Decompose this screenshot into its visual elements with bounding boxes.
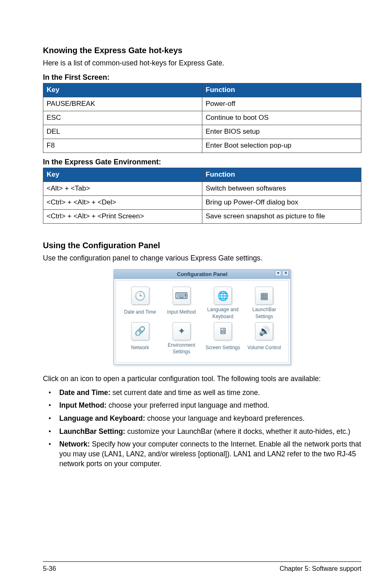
table-row: F8Enter Boot selection pop-up xyxy=(43,139,361,153)
heading-config-panel: Using the Configuration Panel xyxy=(43,240,361,251)
after-figure-para: Click on an icon to open a particular co… xyxy=(43,374,361,384)
bullet-rest: choose your preferred input language and… xyxy=(107,401,269,409)
bullet-bold: LaunchBar Setting: xyxy=(59,427,125,435)
minimize-icon: ▾ xyxy=(275,270,281,276)
bullet-rest: choose your language and keyboard prefer… xyxy=(145,414,305,422)
bullet-rest: customize your LaunchBar (where it docks… xyxy=(125,427,350,435)
config-panel-titlebar: Configuration Panel ▾ ✕ xyxy=(114,270,290,279)
cell-key: F8 xyxy=(43,139,202,153)
intro-config-panel: Use the configuration panel to change va… xyxy=(43,254,361,263)
cell-fn: Bring up Power-Off dialog box xyxy=(202,196,361,210)
table-row: <Alt> + <Tab>Switch between softwares xyxy=(43,182,361,196)
list-item: Network: Specify how your computer conne… xyxy=(43,440,361,469)
cell-fn: Enter Boot selection pop-up xyxy=(202,139,361,153)
cell-fn: Enter BIOS setup xyxy=(202,125,361,139)
heading-hotkeys: Knowing the Express Gate hot-keys xyxy=(43,45,361,56)
cfg-label: Language and Keyboard xyxy=(202,306,243,319)
network-icon: 🔗 xyxy=(131,322,149,340)
cell-key: DEL xyxy=(43,125,202,139)
cell-fn: Continue to boot OS xyxy=(202,111,361,125)
bullet-rest: set current date and time as well as tim… xyxy=(110,388,260,397)
cfg-label: Environment Settings xyxy=(161,342,202,355)
cfg-item-launchbar-settings: ▦ LaunchBar Settings xyxy=(244,287,285,319)
table-eg-env: Key Function <Alt> + <Tab>Switch between… xyxy=(43,168,361,224)
cfg-item-language-keyboard: 🌐 Language and Keyboard xyxy=(202,287,243,319)
keyboard-icon: ⌨ xyxy=(173,287,191,305)
th-key: Key xyxy=(43,168,202,182)
list-item: Language and Keyboard: choose your langu… xyxy=(43,414,361,424)
cfg-label: Screen Settings xyxy=(202,342,243,353)
config-panel-figure: Configuration Panel ▾ ✕ 🕒 Date and Time … xyxy=(113,269,291,365)
table-row: <Ctrl> + <Alt> + <Del>Bring up Power-Off… xyxy=(43,196,361,210)
cell-key: ESC xyxy=(43,111,202,125)
cfg-item-network: 🔗 Network xyxy=(120,322,161,355)
subheading-first-screen: In the First Screen: xyxy=(43,72,361,82)
cfg-item-environment-settings: ✦ Environment Settings xyxy=(161,322,202,355)
launchbar-icon: ▦ xyxy=(255,287,273,305)
chapter-label: Chapter 5: Software support xyxy=(280,564,361,573)
speaker-icon: 🔊 xyxy=(255,322,273,340)
list-item: Date and Time: set current date and time… xyxy=(43,388,361,398)
cell-fn: Save screen snapshot as picture to file xyxy=(202,210,361,224)
environment-icon: ✦ xyxy=(173,322,191,340)
table-row: DELEnter BIOS setup xyxy=(43,125,361,139)
bullet-bold: Language and Keyboard: xyxy=(59,414,145,422)
bullet-bold: Date and Time: xyxy=(59,388,110,397)
cfg-label: Input Method xyxy=(161,306,202,318)
cfg-label: Volume Control xyxy=(244,342,285,353)
bullet-bold: Input Method: xyxy=(59,401,107,409)
cfg-label: Network xyxy=(120,342,161,353)
globe-icon: 🌐 xyxy=(214,287,232,305)
cell-key: PAUSE/BREAK xyxy=(43,97,202,111)
cfg-item-screen-settings: 🖥 Screen Settings xyxy=(202,322,243,355)
monitor-icon: 🖥 xyxy=(214,322,232,340)
config-panel-title: Configuration Panel xyxy=(177,271,228,277)
cfg-item-input-method: ⌨ Input Method xyxy=(161,287,202,319)
intro-hotkeys: Here is a list of common-used hot-keys f… xyxy=(43,58,361,68)
cfg-item-date-time: 🕒 Date and Time xyxy=(120,287,161,319)
cell-key: <Alt> + <Tab> xyxy=(43,182,202,196)
config-panel-body: 🕒 Date and Time ⌨ Input Method 🌐 Languag… xyxy=(116,281,289,363)
bullet-bold: Network: xyxy=(59,440,90,448)
cell-fn: Switch between softwares xyxy=(202,182,361,196)
table-row: PAUSE/BREAKPower-off xyxy=(43,97,361,111)
cfg-label: LaunchBar Settings xyxy=(244,306,285,319)
page-number: 5-36 xyxy=(43,564,56,573)
subheading-eg-env: In the Express Gate Environment: xyxy=(43,157,361,167)
table-row: ESCContinue to boot OS xyxy=(43,111,361,125)
bullet-rest: Specify how your computer connects to th… xyxy=(59,440,361,467)
cell-key: <Ctrl> + <Alt> + <Del> xyxy=(43,196,202,210)
bullet-list: Date and Time: set current date and time… xyxy=(43,388,361,469)
cfg-label: Date and Time xyxy=(120,306,161,318)
th-key: Key xyxy=(43,83,202,97)
close-icon: ✕ xyxy=(282,270,289,276)
table-first-screen: Key Function PAUSE/BREAKPower-off ESCCon… xyxy=(43,83,361,153)
cfg-item-volume-control: 🔊 Volume Control xyxy=(244,322,285,355)
list-item: Input Method: choose your preferred inpu… xyxy=(43,401,361,411)
cell-fn: Power-off xyxy=(202,97,361,111)
page-footer: 5-36 Chapter 5: Software support xyxy=(43,561,361,573)
cell-key: <Ctrl> + <Alt> + <Print Screen> xyxy=(43,210,202,224)
table-row: <Ctrl> + <Alt> + <Print Screen>Save scre… xyxy=(43,210,361,224)
list-item: LaunchBar Setting: customize your Launch… xyxy=(43,427,361,437)
th-function: Function xyxy=(202,83,361,97)
clock-icon: 🕒 xyxy=(131,287,149,305)
th-function: Function xyxy=(202,168,361,182)
